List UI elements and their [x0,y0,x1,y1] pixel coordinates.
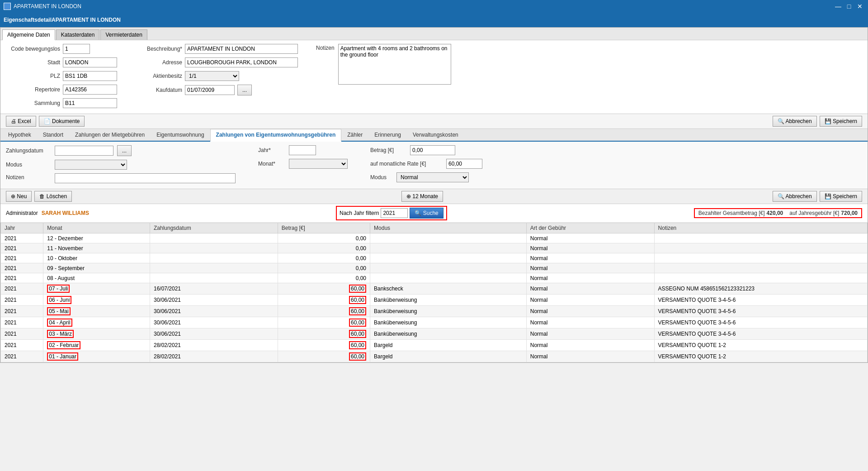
cell-datum [150,263,278,273]
sub-tab-standort[interactable]: Standort [37,129,69,141]
notizen-label: Notizen [316,45,335,51]
payment-speichern-button[interactable]: 💾 Speichern [820,191,862,202]
admin-row: Administrator SARAH WILLIAMS Nach Jahr f… [0,204,868,223]
excel-button[interactable]: 🖨 Excel [6,116,36,127]
sub-tab-eigentumswohnung[interactable]: Eigentumswohnung [151,129,210,141]
sub-tabs: Hypothek Standort Zahlungen der Mietgebü… [0,129,868,142]
cell-art: Normal [526,283,654,295]
cell-jahr: 2021 [1,283,43,295]
aktienbesitz-select[interactable]: 1/1 [185,71,239,81]
sammlung-input[interactable] [63,98,117,108]
table-row[interactable]: 2021 10 - Oktober 0,00 Normal [1,253,868,263]
cell-jahr: 2021 [1,233,43,243]
betrag-input[interactable] [410,145,455,155]
sammlung-label: Sammlung [6,100,60,106]
beschreibung-label: Beschreibung* [142,46,182,52]
col-header-jahr: Jahr [1,223,43,233]
beschreibung-input[interactable] [185,44,298,54]
filter-box: Nach Jahr filtern 🔍 Suche [336,206,447,220]
speichern-button[interactable]: 💾 Speichern [820,116,862,127]
close-button[interactable]: ✕ [855,2,864,11]
tab-vermieterdaten[interactable]: Vermieterdaten [100,29,147,40]
cell-modus: Banküberweisung [370,317,527,328]
cell-monat: 08 - August [43,273,150,283]
adresse-label: Adresse [142,59,182,66]
zahlungsdatum-input[interactable] [55,146,113,156]
table-row[interactable]: 2021 12 - Dezember 0,00 Normal [1,233,868,243]
sub-tab-hypothek[interactable]: Hypothek [2,129,37,141]
cell-datum [150,273,278,283]
kaufdatum-input[interactable] [185,85,235,95]
table-row[interactable]: 2021 11 - November 0,00 Normal [1,243,868,253]
modus2-select[interactable]: Normal [396,172,469,182]
cell-monat: 05 - Mai [43,306,150,317]
app-icon [4,3,11,10]
cell-datum: 28/02/2021 [150,340,278,351]
loeschen-button[interactable]: 🗑 Löschen [34,191,72,202]
cell-art: Normal [526,243,654,253]
cell-betrag: 60,00 [278,340,370,351]
sub-tab-erinnerung[interactable]: Erinnerung [368,129,407,141]
cell-jahr: 2021 [1,340,43,351]
table-row[interactable]: 2021 09 - September 0,00 Normal [1,263,868,273]
stadt-input[interactable] [63,57,117,67]
repertoire-input[interactable] [63,85,117,95]
table-row[interactable]: 2021 05 - Mai 30/06/2021 60,00 Banküberw… [1,306,868,317]
table-container: Jahr Monat Zahlungsdatum Betrag [€] Modu… [0,223,868,362]
abbrechen-button[interactable]: 🔍 Abbrechen [773,116,817,127]
table-row[interactable]: 2021 06 - Juni 30/06/2021 60,00 Banküber… [1,295,868,306]
cell-art: Normal [526,351,654,362]
cell-monat: 04 - April [43,317,150,328]
jahr-input[interactable] [289,145,316,155]
maximize-button[interactable]: □ [844,2,854,11]
notizen-textarea[interactable]: Apartment with 4 rooms and 2 bathrooms o… [338,44,451,85]
cell-betrag: 0,00 [278,253,370,263]
monate-button[interactable]: ⊕ 12 Monate [401,191,443,202]
table-row[interactable]: 2021 01 - Januar 28/02/2021 60,00 Bargel… [1,351,868,362]
table-row[interactable]: 2021 02 - Februar 28/02/2021 60,00 Barge… [1,340,868,351]
neu-button[interactable]: ⊕ Neu [6,191,32,202]
adresse-input[interactable] [185,57,298,67]
cell-betrag: 60,00 [278,328,370,340]
cell-monat: 12 - Dezember [43,233,150,243]
kaufdatum-picker-button[interactable]: ... [237,85,252,95]
table-row[interactable]: 2021 03 - März 30/06/2021 60,00 Banküber… [1,328,868,340]
rate-input[interactable] [446,159,482,169]
filter-year-input[interactable] [381,208,408,218]
col-header-monat: Monat [43,223,150,233]
sub-tab-mietgebuehren[interactable]: Zahlungen der Mietgebühren [69,129,151,141]
monat-select[interactable] [289,159,348,169]
cell-monat: 02 - Februar [43,340,150,351]
tab-katasterdaten[interactable]: Katasterdaten [56,29,100,40]
main-toolbar: 🖨 Excel 📄 Dokumente 🔍 Abbrechen 💾 Speich… [0,114,868,129]
table-row[interactable]: 2021 04 - April 30/06/2021 60,00 Bankübe… [1,317,868,328]
sub-tab-verwaltungskosten[interactable]: Verwaltungskosten [407,129,464,141]
cell-notizen [654,233,867,243]
cell-art: Normal [526,263,654,273]
cell-betrag: 60,00 [278,317,370,328]
cell-art: Normal [526,273,654,283]
table-row[interactable]: 2021 07 - Juli 16/07/2021 60,00 Banksche… [1,283,868,295]
minimize-button[interactable]: — [834,2,843,11]
notizen-payment-label: Notizen [6,174,51,181]
total-label: Bezahlter Gesamtbetrag [€] [698,210,765,216]
modus-select[interactable] [55,160,127,170]
repertoire-label: Repertoire [6,86,60,93]
zahlungsdatum-picker[interactable]: ... [117,145,132,156]
payment-abbrechen-button[interactable]: 🔍 Abbrechen [773,191,817,202]
cell-modus: Bankscheck [370,283,527,295]
betrag-label: Betrag [€] [370,147,406,153]
dokumente-button[interactable]: 📄 Dokumente [39,116,85,127]
code-input[interactable] [63,44,90,54]
plz-input[interactable] [63,71,117,81]
cell-notizen: VERSAMENTO QUOTE 3-4-5-6 [654,317,867,328]
sub-tab-zaehler[interactable]: Zähler [341,129,368,141]
suche-button[interactable]: 🔍 Suche [410,208,443,219]
total-value: 420,00 [767,210,783,216]
cell-betrag: 60,00 [278,351,370,362]
sub-tab-eigentumswohnungsgebuehren[interactable]: Zahlungen von Eigentumswohnungsgebühren [210,129,342,142]
tab-allgemeine-daten[interactable]: Allgemeine Daten [2,29,55,40]
cell-modus: Banküberweisung [370,306,527,317]
table-row[interactable]: 2021 08 - August 0,00 Normal [1,273,868,283]
notizen-payment-input[interactable] [55,173,236,183]
